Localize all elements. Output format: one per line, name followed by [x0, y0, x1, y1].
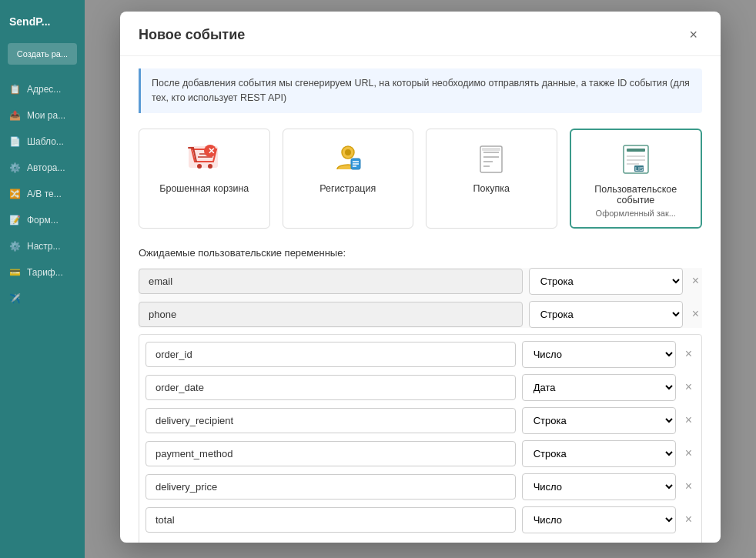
modal-header: Новое событие × [120, 12, 721, 56]
auto-icon: ⚙️ [9, 162, 21, 173]
new-event-modal: Новое событие × После добавления события… [120, 12, 721, 543]
variable-input-payment-method[interactable] [146, 441, 516, 466]
variable-row-delivery-price: Строка Число Дата Булево × [146, 473, 695, 500]
app-background: SendP... Создать ра... 📋 Адрес... 📤 Мои … [0, 0, 756, 558]
template-icon: 📄 [9, 136, 21, 147]
create-button[interactable]: Создать ра... [8, 43, 77, 65]
svg-rect-20 [627, 149, 645, 152]
event-card-custom-label: Пользовательское событие [579, 184, 694, 205]
variable-input-order-date[interactable] [146, 375, 516, 400]
variable-type-payment-method[interactable]: Строка Число Дата Булево [522, 440, 676, 467]
variable-type-delivery-recipient[interactable]: Строка Число Дата Булево [522, 407, 676, 434]
sidebar-item-templates[interactable]: 📄 Шабло... [0, 129, 85, 155]
variable-delete-payment-method[interactable]: × [682, 444, 695, 463]
sidebar-item-addresses[interactable]: 📋 Адрес... [0, 76, 85, 102]
variables-section-label: Ожидаемые пользовательские переменные: [139, 247, 702, 259]
event-type-cards: ✕ Брошенная корзина [139, 129, 702, 229]
modal-title: Новое событие [139, 27, 245, 43]
variable-type-email[interactable]: Строка Число Дата Булево [529, 268, 683, 295]
settings-icon: ⚙️ [9, 241, 21, 252]
variable-delete-total[interactable]: × [682, 510, 695, 529]
ab-icon: 🔀 [9, 189, 21, 199]
register-icon [331, 142, 365, 175]
telegram-icon: ✈️ [9, 293, 21, 304]
sidebar-item-forms[interactable]: 📝 Форм... [0, 207, 85, 233]
variable-delete-order-date[interactable]: × [682, 378, 695, 396]
variable-type-order-date[interactable]: Строка Число Дата Булево [522, 374, 676, 401]
variable-input-delivery-price[interactable] [146, 474, 516, 500]
event-card-purchase[interactable]: Покупка [426, 129, 557, 229]
cart-icon: ✕ [187, 142, 221, 175]
variable-input-delivery-recipient[interactable] [146, 408, 516, 433]
event-card-custom-sublabel: Оформленный зак... [579, 209, 694, 218]
svg-point-1 [197, 164, 202, 169]
variable-input-phone[interactable] [139, 302, 523, 327]
purchase-icon [474, 142, 508, 175]
sidebar-item-settings[interactable]: ⚙️ Настр... [0, 233, 85, 259]
sidebar-item-flows[interactable]: 📤 Мои ра... [0, 102, 85, 129]
main-content: Новое событие × После добавления события… [85, 0, 756, 558]
event-card-cart[interactable]: ✕ Брошенная корзина [139, 129, 270, 229]
flow-icon: 📤 [9, 110, 21, 121]
event-card-custom[interactable]: LIST Пользовательское событие Оформленны… [570, 129, 703, 229]
info-text: После добавления события мы сгенерируем … [152, 78, 690, 103]
variable-type-phone[interactable]: Строка Число Дата Булево [529, 301, 683, 328]
variable-input-email[interactable] [139, 269, 523, 294]
form-icon: 📝 [9, 215, 21, 226]
variable-delete-email[interactable]: × [689, 272, 702, 290]
variable-delete-order-id[interactable]: × [682, 345, 695, 363]
variable-row-order-id: Строка Число Дата Булево × [146, 341, 695, 368]
sidebar: SendP... Создать ра... 📋 Адрес... 📤 Мои … [0, 0, 85, 558]
variable-delete-phone[interactable]: × [689, 305, 702, 323]
modal-close-button[interactable]: × [684, 25, 702, 45]
info-box: После добавления события мы сгенерируем … [139, 68, 702, 113]
variable-type-total[interactable]: Строка Число Дата Булево [522, 506, 676, 533]
variable-type-order-id[interactable]: Строка Число Дата Булево [522, 341, 676, 368]
event-card-purchase-label: Покупка [434, 183, 549, 194]
address-icon: 📋 [9, 84, 21, 95]
sidebar-item-telegram[interactable]: ✈️ [0, 286, 85, 312]
variable-row-delivery-recipient: Строка Число Дата Булево × [146, 407, 695, 434]
event-card-register-label: Регистрация [291, 183, 406, 194]
event-card-register[interactable]: Регистрация [283, 129, 414, 229]
scrollable-variables: Строка Число Дата Булево × Строка Ч [139, 334, 702, 543]
sidebar-logo: SendP... [0, 8, 85, 43]
variable-input-total[interactable] [146, 507, 516, 533]
svg-point-2 [208, 164, 212, 169]
variable-row-payment-method: Строка Число Дата Булево × [146, 440, 695, 467]
variable-delete-delivery-recipient[interactable]: × [682, 411, 695, 429]
variable-row-email: Строка Число Дата Булево × [139, 268, 702, 295]
svg-text:✕: ✕ [208, 146, 215, 155]
variable-delete-delivery-price[interactable]: × [682, 477, 695, 496]
svg-rect-18 [482, 148, 500, 151]
variable-input-order-id[interactable] [146, 342, 516, 367]
svg-point-8 [345, 149, 351, 155]
modal-body: После добавления события мы сгенерируем … [120, 56, 721, 543]
svg-text:LIST: LIST [635, 166, 647, 172]
variable-type-delivery-price[interactable]: Строка Число Дата Булево [522, 473, 676, 500]
custom-icon: LIST [619, 142, 653, 176]
event-card-cart-label: Брошенная корзина [147, 183, 262, 194]
sidebar-item-tariffs[interactable]: 💳 Тариф... [0, 259, 85, 286]
sidebar-item-ab[interactable]: 🔀 А/В те... [0, 181, 85, 207]
variable-row-phone: Строка Число Дата Булево × [139, 301, 702, 328]
modal-overlay: Новое событие × После добавления события… [85, 0, 756, 558]
tariff-icon: 💳 [9, 267, 21, 278]
fixed-variables: Строка Число Дата Булево × Строка Ч [139, 268, 702, 328]
sidebar-item-auto[interactable]: ⚙️ Автора... [0, 155, 85, 181]
variable-row-total: Строка Число Дата Булево × [146, 506, 695, 533]
variable-row-order-date: Строка Число Дата Булево × [146, 374, 695, 401]
